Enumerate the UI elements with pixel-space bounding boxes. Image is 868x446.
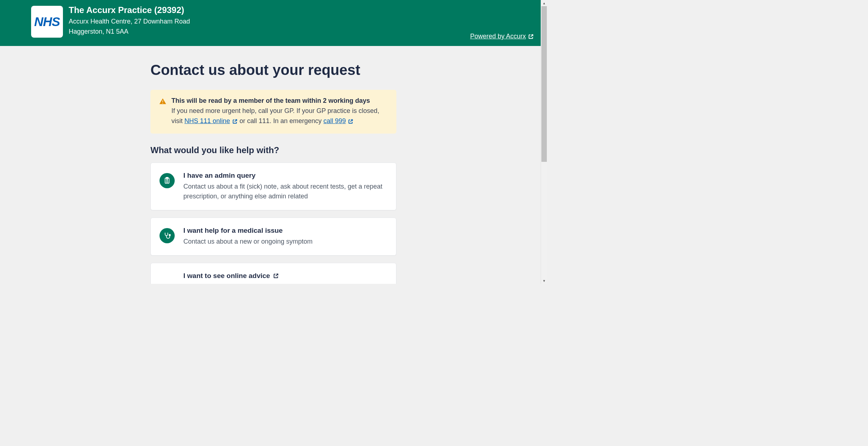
vertical-scrollbar[interactable]: ▲ ▼ bbox=[541, 0, 547, 284]
option-title: I have an admin query bbox=[183, 172, 387, 180]
header: NHS The Accurx Practice (29392) Accurx H… bbox=[0, 0, 547, 46]
practice-name: The Accurx Practice (29392) bbox=[69, 5, 190, 15]
scroll-up-arrow[interactable]: ▲ bbox=[541, 0, 547, 6]
option-text: I want help for a medical issue Contact … bbox=[183, 227, 312, 247]
nhs-logo: NHS bbox=[31, 6, 63, 38]
main-content: Contact us about your request This will … bbox=[150, 46, 396, 284]
help-subheading: What would you like help with? bbox=[150, 145, 396, 155]
warning-icon bbox=[159, 98, 166, 126]
option-desc: Contact us about a new or ongoing sympto… bbox=[183, 237, 312, 247]
scroll-thumb[interactable] bbox=[541, 6, 547, 162]
clipboard-icon bbox=[159, 173, 175, 188]
option-title: I want to see online advice bbox=[183, 272, 279, 280]
external-link-icon bbox=[528, 34, 534, 39]
option-title: I want help for a medical issue bbox=[183, 227, 312, 235]
powered-by-link[interactable]: Powered by Accurx bbox=[470, 33, 534, 40]
nhs-logo-text: NHS bbox=[34, 14, 60, 29]
alert-body-mid: or call 111. In an emergency bbox=[239, 117, 323, 125]
nhs-111-link[interactable]: NHS 111 online bbox=[184, 117, 230, 125]
option-admin-query[interactable]: I have an admin query Contact us about a… bbox=[150, 163, 396, 210]
alert-body: If you need more urgent help, call your … bbox=[171, 106, 388, 126]
page-title: Contact us about your request bbox=[150, 62, 396, 78]
alert-title: This will be read by a member of the tea… bbox=[171, 97, 388, 105]
powered-by-label: Powered by Accurx bbox=[470, 33, 526, 40]
option-online-advice[interactable]: I want to see online advice bbox=[150, 263, 396, 284]
info-alert: This will be read by a member of the tea… bbox=[150, 90, 396, 134]
header-text: The Accurx Practice (29392) Accurx Healt… bbox=[69, 5, 190, 37]
external-link-icon bbox=[232, 118, 238, 124]
stethoscope-icon bbox=[159, 228, 175, 243]
practice-address-line1: Accurx Health Centre, 27 Downham Road bbox=[69, 17, 190, 27]
external-link-icon bbox=[273, 273, 279, 279]
alert-content: This will be read by a member of the tea… bbox=[171, 97, 388, 126]
option-text: I want to see online advice bbox=[183, 272, 279, 282]
option-desc: Contact us about a fit (sick) note, ask … bbox=[183, 182, 387, 201]
option-medical-issue[interactable]: I want help for a medical issue Contact … bbox=[150, 218, 396, 256]
header-inner: NHS The Accurx Practice (29392) Accurx H… bbox=[24, 5, 523, 38]
svg-point-2 bbox=[167, 180, 168, 181]
call-999-link[interactable]: call 999 bbox=[323, 117, 346, 125]
practice-address-line2: Haggerston, N1 5AA bbox=[69, 27, 190, 37]
option-text: I have an admin query Contact us about a… bbox=[183, 172, 387, 201]
scroll-down-arrow[interactable]: ▼ bbox=[541, 278, 547, 284]
svg-point-3 bbox=[169, 234, 171, 236]
external-link-icon bbox=[348, 118, 353, 124]
svg-rect-1 bbox=[166, 177, 168, 179]
